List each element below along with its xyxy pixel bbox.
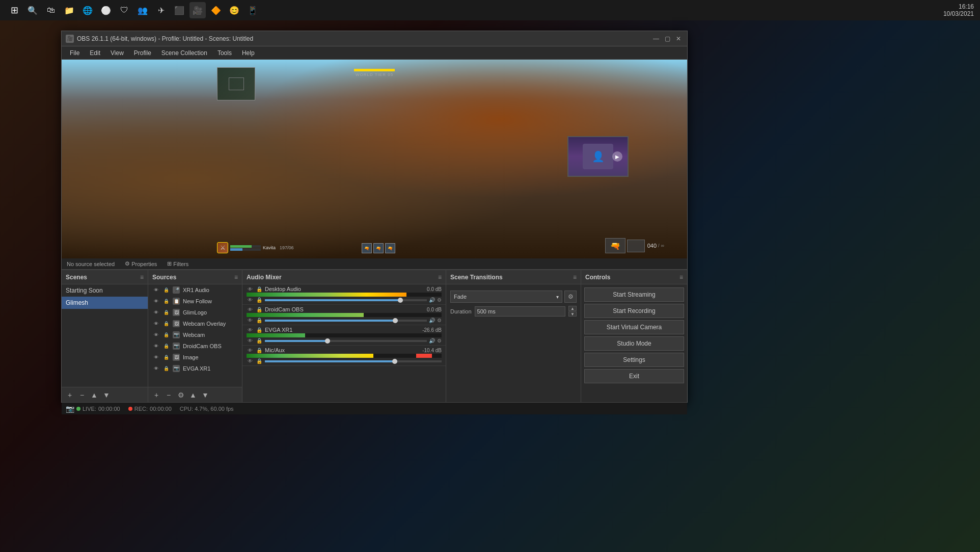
scenes-move-up-button[interactable]: ▲ [89,390,99,400]
scenes-remove-button[interactable]: − [77,390,87,400]
source-item-evga-xr1[interactable]: 👁 🔒 📷 EVGA XR1 [148,363,242,374]
webcam-overlay-visibility[interactable]: 👁 [152,320,159,327]
evga-audio-settings[interactable]: ⚙ [437,338,442,344]
edge-icon[interactable]: 🌐 [79,2,96,18]
scene-item-starting-soon[interactable]: Starting Soon [62,284,148,297]
app2-icon[interactable]: 📱 [244,2,261,18]
audio-mixer-collapse[interactable]: ≡ [438,274,442,281]
sources-add-button[interactable]: + [151,390,161,400]
droidcam-audio-mute[interactable]: 🔊 [429,318,435,323]
vlc-icon[interactable]: 🔶 [208,2,224,18]
filters-button[interactable]: ⊞ Filters [167,260,188,267]
droidcam-audio-visibility[interactable]: 👁 [247,307,254,312]
mic-audio-visibility[interactable]: 👁 [247,348,254,353]
webcam-overlay-lock[interactable]: 🔒 [162,320,170,327]
transition-dropdown[interactable]: Fade ▾ [450,291,562,303]
source-item-xr1-audio[interactable]: 👁 🔒 🎤 XR1 Audio [148,284,242,296]
sources-collapse-button[interactable]: ≡ [234,274,238,281]
maximize-button[interactable]: ▢ [663,34,672,43]
evga-lock-icon[interactable]: 🔒 [256,338,263,344]
search-icon[interactable]: 🔍 [24,2,41,18]
droidcam-vis-icon[interactable]: 👁 [247,318,254,323]
evga-audio-knob[interactable] [325,338,330,344]
source-item-image[interactable]: 👁 🔒 🖼 Image [148,352,242,363]
droidcam-lock-icon[interactable]: 🔒 [256,318,263,323]
menu-file[interactable]: File [66,48,84,58]
desktop-audio-mute[interactable]: 🔊 [429,297,435,303]
desktop-audio-visibility[interactable]: 👁 [247,286,254,292]
droidcam-audio-knob[interactable] [393,318,398,323]
evga-audio-slider[interactable] [265,340,427,342]
start-virtual-camera-button[interactable]: Start Virtual Camera [584,320,684,334]
source-item-glimlogo[interactable]: 👁 🔒 🖼 GlimLogo [148,307,242,318]
sources-remove-button[interactable]: − [164,390,174,400]
scenes-move-down-button[interactable]: ▼ [101,390,112,400]
duration-input[interactable]: 500 ms [475,306,565,317]
droidcam-audio-lock[interactable]: 🔒 [256,307,263,312]
transitions-collapse[interactable]: ≡ [573,274,577,281]
glimlogo-lock[interactable]: 🔒 [162,309,170,316]
scenes-collapse-button[interactable]: ≡ [140,274,144,281]
desktop-audio-knob[interactable] [398,298,403,303]
mic-audio-knob[interactable] [392,359,397,364]
app1-icon[interactable]: 😊 [226,2,242,18]
webcam-visibility[interactable]: 👁 [152,331,159,338]
desktop-audio-lock[interactable]: 🔒 [256,286,263,292]
menu-view[interactable]: View [106,48,128,58]
menu-scene-collection[interactable]: Scene Collection [157,48,211,58]
controls-collapse[interactable]: ≡ [679,274,683,281]
glimlogo-visibility[interactable]: 👁 [152,309,159,316]
mic-audio-slider[interactable] [265,360,442,362]
droidcam-lock[interactable]: 🔒 [162,343,170,350]
settings-button[interactable]: Settings [584,353,684,367]
desktop-audio-vis-icon[interactable]: 👁 [247,297,254,303]
evga-xr1-lock[interactable]: 🔒 [162,365,170,372]
droidcam-visibility[interactable]: 👁 [152,343,159,350]
start-button[interactable]: ⊞ [4,0,24,20]
evga-audio-visibility[interactable]: 👁 [247,327,254,333]
source-item-webcam-overlay[interactable]: 👁 🔒 🖼 Webcam Overlay [148,318,242,329]
image-lock[interactable]: 🔒 [162,354,170,361]
sources-move-down-button[interactable]: ▼ [200,390,210,400]
new-follow-visibility[interactable]: 👁 [152,298,159,305]
sources-move-up-button[interactable]: ▲ [188,390,198,400]
evga-audio-lock[interactable]: 🔒 [256,327,263,333]
scenes-add-button[interactable]: + [65,390,75,400]
mic-lock-icon[interactable]: 🔒 [256,358,263,364]
menu-edit[interactable]: Edit [86,48,104,58]
sources-settings-button[interactable]: ⚙ [176,390,186,400]
source-item-new-follow[interactable]: 👁 🔒 📋 New Follow [148,296,242,307]
defender-icon[interactable]: 🛡 [116,2,132,18]
xr1-audio-visibility[interactable]: 👁 [152,286,159,294]
droidcam-audio-slider[interactable] [265,320,427,322]
desktop-audio-slider[interactable] [265,299,427,301]
webcam-lock[interactable]: 🔒 [162,331,170,338]
start-streaming-button[interactable]: Start Streaming [584,287,684,302]
mic-vis-icon[interactable]: 👁 [247,358,254,364]
source-item-droidcam[interactable]: 👁 🔒 📷 DroidCam OBS [148,340,242,352]
telegram-icon[interactable]: ✈ [153,2,169,18]
store-icon[interactable]: 🛍 [43,2,59,18]
close-button[interactable]: ✕ [674,34,683,43]
scene-item-glimesh[interactable]: Glimesh [62,297,148,309]
menu-profile[interactable]: Profile [130,48,155,58]
evga-audio-mute[interactable]: 🔊 [429,338,435,344]
menu-tools[interactable]: Tools [213,48,236,58]
image-visibility[interactable]: 👁 [152,354,159,361]
studio-mode-button[interactable]: Studio Mode [584,336,684,351]
desktop-audio-lock-icon[interactable]: 🔒 [256,297,263,303]
exit-button[interactable]: Exit [584,369,684,383]
duration-down-arrow[interactable]: ▼ [568,311,577,317]
terminal-icon[interactable]: ⬛ [171,2,187,18]
droidcam-audio-settings[interactable]: ⚙ [437,318,442,323]
folder-icon[interactable]: 📁 [61,2,77,18]
teams-icon[interactable]: 👥 [134,2,151,18]
obs-icon[interactable]: 🎥 [189,2,206,18]
new-follow-lock[interactable]: 🔒 [162,298,170,305]
xr1-audio-lock[interactable]: 🔒 [162,286,170,294]
desktop-audio-settings[interactable]: ⚙ [437,297,442,303]
minimize-button[interactable]: — [651,34,661,43]
duration-up-arrow[interactable]: ▲ [568,306,577,311]
evga-xr1-visibility[interactable]: 👁 [152,365,159,372]
evga-vis-icon[interactable]: 👁 [247,338,254,344]
